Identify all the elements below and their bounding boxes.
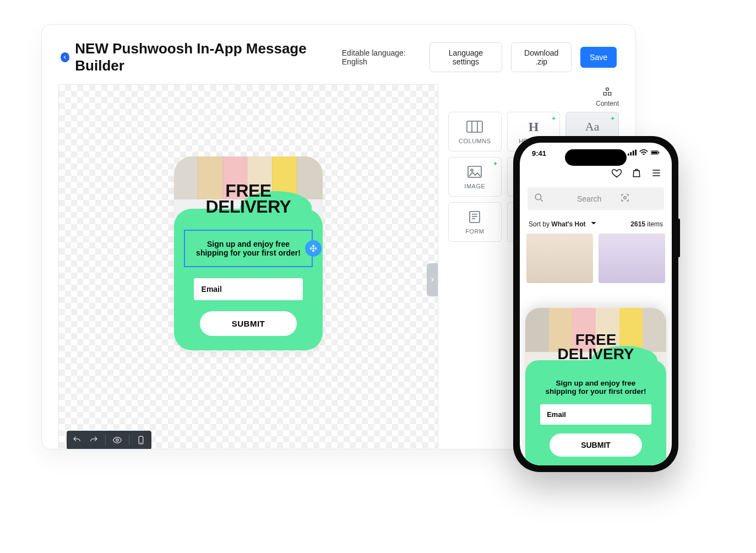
svg-point-23 — [535, 194, 541, 200]
product-card[interactable] — [526, 234, 593, 283]
svg-rect-17 — [630, 152, 632, 155]
ai-spark-icon: ✦ — [551, 115, 556, 122]
columns-icon — [466, 119, 483, 134]
popup-heading: FREE DELIVERY — [174, 183, 323, 215]
phone-screen: 9:41 Search Sort by What's Hot — [520, 143, 672, 465]
search-input[interactable]: Search — [527, 187, 664, 210]
back-icon[interactable] — [61, 52, 69, 62]
collapse-panel-toggle[interactable] — [427, 263, 438, 296]
popup-heading-line2: DELIVERY — [174, 199, 323, 215]
undo-icon[interactable] — [72, 435, 82, 445]
svg-point-24 — [624, 197, 627, 199]
phone-inapp-popup: FREE DELIVERY Sign up and enjoy free shi… — [525, 308, 666, 465]
language-status: Editable language: English — [342, 48, 421, 66]
phone-email-input[interactable]: Email — [540, 404, 651, 425]
heading-icon: H — [529, 119, 539, 134]
page-title: NEW Pushwoosh In-App Message Builder — [75, 40, 333, 74]
popup-body: Sign up and enjoy free shipping for your… — [174, 209, 323, 350]
bag-icon[interactable] — [631, 167, 642, 181]
svg-rect-3 — [603, 93, 606, 95]
product-card[interactable] — [599, 234, 665, 283]
popup-subtitle-line2: shipping for your first order! — [191, 248, 306, 257]
chevron-down-icon — [590, 220, 597, 228]
phone-popup-subtitle: Sign up and enjoy free shipping for your… — [545, 379, 646, 395]
email-input[interactable]: Email — [194, 278, 303, 300]
content-tab-label: Content — [596, 100, 619, 107]
tile-image-label: IMAGE — [464, 183, 485, 189]
mobile-view-icon[interactable] — [136, 435, 146, 445]
dynamic-island — [565, 149, 627, 166]
svg-point-0 — [116, 439, 119, 442]
selected-text-block[interactable]: Sign up and enjoy free shipping for your… — [184, 230, 313, 267]
move-handle-icon[interactable] — [305, 240, 322, 257]
tile-form[interactable]: FORM — [448, 202, 502, 242]
status-time: 9:41 — [532, 149, 546, 158]
phone-submit-button[interactable]: SUBMIT — [550, 433, 642, 457]
camera-scan-icon[interactable] — [620, 193, 657, 204]
search-icon — [534, 193, 572, 204]
svg-rect-18 — [633, 150, 634, 155]
preview-icon[interactable] — [112, 435, 122, 445]
search-placeholder: Search — [577, 194, 614, 203]
svg-rect-15 — [470, 212, 480, 223]
svg-rect-22 — [659, 152, 659, 154]
signal-icon — [628, 149, 637, 158]
phone-popup-heading: FREE DELIVERY — [525, 333, 666, 361]
builder-header: NEW Pushwoosh In-App Message Builder Edi… — [42, 25, 635, 84]
image-icon — [467, 164, 482, 180]
sort-dropdown[interactable]: Sort by What's Hot — [529, 220, 597, 228]
svg-rect-21 — [651, 151, 657, 154]
save-button[interactable]: Save — [580, 47, 617, 68]
svg-point-7 — [471, 169, 473, 171]
download-zip-button[interactable]: Download .zip — [511, 42, 572, 72]
text-icon: Aa — [585, 119, 600, 134]
ai-spark-icon: ✦ — [493, 160, 498, 167]
svg-rect-4 — [608, 93, 611, 95]
product-grid[interactable] — [520, 234, 672, 283]
heart-icon[interactable] — [611, 167, 622, 181]
canvas-toolbar — [67, 431, 151, 449]
language-settings-button[interactable]: Language settings — [429, 42, 503, 72]
popup-subtitle-line1: Sign up and enjoy free — [191, 240, 306, 248]
tile-columns[interactable]: COLUMNS — [448, 112, 502, 151]
ai-spark-icon: ✦ — [610, 115, 615, 122]
form-icon — [468, 209, 481, 225]
sort-prefix: Sort by — [529, 220, 551, 228]
svg-rect-19 — [635, 150, 637, 156]
sort-value: What's Hot — [551, 220, 585, 228]
svg-rect-16 — [628, 154, 629, 156]
editor-canvas[interactable]: FREE DELIVERY Sign up and enjoy free shi… — [58, 84, 438, 449]
tile-form-label: FORM — [465, 228, 484, 235]
tile-image[interactable]: ✦ IMAGE — [448, 157, 502, 197]
redo-icon[interactable] — [89, 435, 99, 445]
canvas-inner: FREE DELIVERY Sign up and enjoy free shi… — [59, 85, 438, 449]
inapp-popup-card[interactable]: FREE DELIVERY Sign up and enjoy free shi… — [174, 156, 323, 350]
phone-mockup: 9:41 Search Sort by What's Hot — [513, 136, 678, 472]
wifi-icon — [639, 149, 648, 158]
svg-point-2 — [606, 88, 608, 91]
svg-rect-5 — [467, 121, 482, 132]
sort-row: Sort by What's Hot 2615 items — [520, 214, 672, 234]
submit-button[interactable]: SUBMIT — [200, 311, 297, 336]
tile-columns-label: COLUMNS — [459, 138, 491, 144]
items-count: 2615 items — [630, 220, 663, 228]
content-tab[interactable]: Content — [596, 86, 619, 107]
battery-icon — [651, 149, 660, 158]
menu-icon[interactable] — [651, 167, 662, 181]
